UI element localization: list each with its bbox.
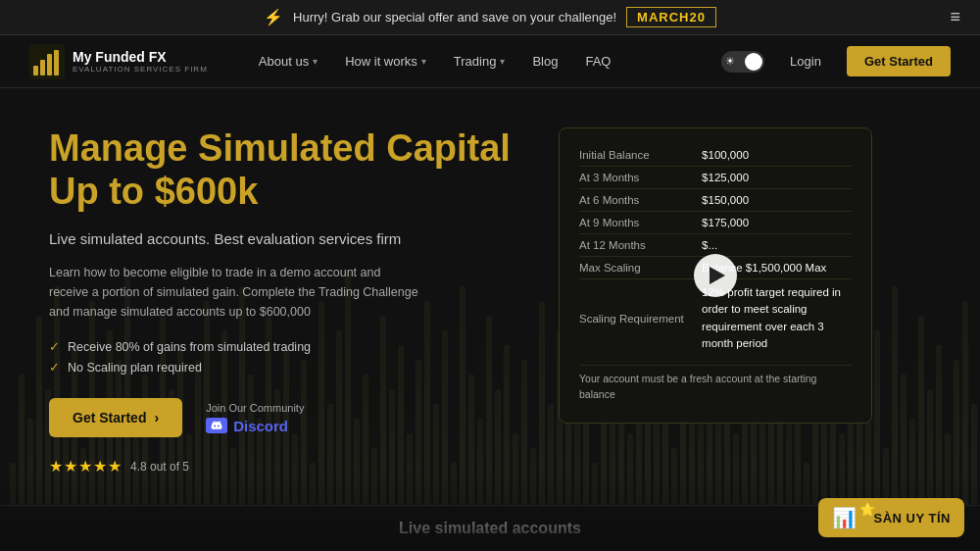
badge-label: SÀN UY TÍN: [874, 511, 951, 526]
chevron-icon: ▾: [421, 56, 426, 67]
hero-description: Learn how to become eligible to trade in…: [49, 263, 421, 322]
toggle-knob: [745, 53, 762, 71]
svg-rect-2: [40, 60, 45, 75]
discord-link[interactable]: Discord: [206, 418, 304, 434]
promo-code[interactable]: MARCH20: [626, 7, 716, 27]
table-row: Initial Balance $100,000: [579, 144, 852, 167]
check-text-2: No Scaling plan required: [68, 361, 202, 375]
bottom-badge: 📊 ⭐ SÀN UY TÍN: [818, 498, 964, 537]
svg-rect-4: [54, 50, 59, 75]
play-triangle-icon: [710, 267, 725, 284]
hero-right: Initial Balance $100,000 At 3 Months $12…: [559, 127, 872, 551]
info-table: Initial Balance $100,000 At 3 Months $12…: [579, 144, 852, 357]
checkmark-icon: ✓: [49, 360, 60, 375]
row-label: At 6 Months: [579, 189, 702, 212]
rating-text: 4.8 out of 5: [130, 460, 189, 474]
nav-trading[interactable]: Trading ▾: [442, 46, 517, 76]
logo-name: My Funded FX: [73, 49, 208, 66]
cta-row: Get Started › Join Our Community Discord: [49, 398, 519, 437]
nav-about[interactable]: About us ▾: [247, 46, 329, 76]
row-label: At 9 Months: [579, 212, 702, 234]
community-section: Join Our Community Discord: [206, 402, 304, 434]
chevron-icon: ▾: [500, 56, 505, 67]
nav-faq[interactable]: FAQ: [573, 46, 622, 76]
svg-rect-1: [33, 66, 38, 75]
login-button[interactable]: Login: [780, 48, 831, 75]
check-item-2: ✓ No Scaling plan required: [49, 360, 519, 375]
row-label: Initial Balance: [579, 144, 702, 167]
logo[interactable]: My Funded FX Evaluation Services Firm: [29, 44, 208, 79]
rating-row: ★★★★★ 4.8 out of 5: [49, 457, 519, 476]
row-value: $175,000: [702, 212, 852, 234]
row-label: At 3 Months: [579, 167, 702, 189]
community-label: Join Our Community: [206, 402, 304, 414]
table-row: At 3 Months $125,000: [579, 167, 852, 189]
chevron-icon: ▾: [313, 56, 318, 67]
hero-get-started-button[interactable]: Get Started ›: [49, 398, 182, 437]
nav-links: About us ▾ How it works ▾ Trading ▾ Blog…: [247, 46, 721, 76]
bolt-icon: ⚡: [264, 8, 283, 26]
arrow-icon: ›: [154, 410, 159, 426]
hero-left: Manage Simulated Capital Up to $600k Liv…: [49, 127, 519, 551]
checkmark-icon: ✓: [49, 339, 60, 354]
sun-icon: ☀: [725, 55, 735, 68]
discord-icon: [206, 418, 227, 433]
discord-label: Discord: [233, 418, 288, 434]
row-label: Max Scaling: [579, 257, 702, 279]
check-text-1: Receive 80% of gains from simulated trad…: [68, 340, 311, 354]
hero-title: Manage Simulated Capital Up to $600k: [49, 127, 519, 213]
hero-subtitle: Live simulated accounts. Best evaluation…: [49, 230, 519, 247]
top-banner: ⚡ Hurry! Grab our special offer and save…: [0, 0, 980, 35]
check-item-1: ✓ Receive 80% of gains from simulated tr…: [49, 339, 519, 354]
nav-blog[interactable]: Blog: [520, 46, 569, 76]
nav-right: ☀ Login Get Started: [721, 46, 951, 76]
hero-section: Manage Simulated Capital Up to $600k Liv…: [0, 88, 980, 551]
checklist: ✓ Receive 80% of gains from simulated tr…: [49, 339, 519, 375]
navbar: My Funded FX Evaluation Services Firm Ab…: [0, 35, 980, 88]
row-label: At 12 Months: [579, 234, 702, 257]
row-value: $125,000: [702, 167, 852, 189]
table-row: At 6 Months $150,000: [579, 189, 852, 212]
theme-toggle[interactable]: ☀: [721, 51, 764, 73]
navbar-get-started-button[interactable]: Get Started: [847, 46, 951, 76]
logo-sub: Evaluation Services Firm: [73, 65, 208, 74]
nav-how-it-works[interactable]: How it works ▾: [333, 46, 438, 76]
row-value: $100,000: [702, 144, 852, 167]
badge-chart-icon: 📊: [832, 506, 857, 529]
hamburger-icon[interactable]: ≡: [950, 7, 960, 27]
banner-text: Hurry! Grab our special offer and save o…: [293, 10, 616, 25]
svg-rect-3: [47, 54, 52, 75]
table-row: At 9 Months $175,000: [579, 212, 852, 234]
play-button[interactable]: [694, 254, 737, 297]
row-value: $...: [702, 234, 852, 257]
card-note: Your account must be a fresh account at …: [579, 365, 852, 407]
star-rating: ★★★★★: [49, 457, 122, 476]
row-label: Scaling Requirement: [579, 279, 702, 358]
info-card: Initial Balance $100,000 At 3 Months $12…: [559, 127, 872, 424]
row-value: $150,000: [702, 189, 852, 212]
badge-star-icon: ⭐: [859, 502, 875, 517]
